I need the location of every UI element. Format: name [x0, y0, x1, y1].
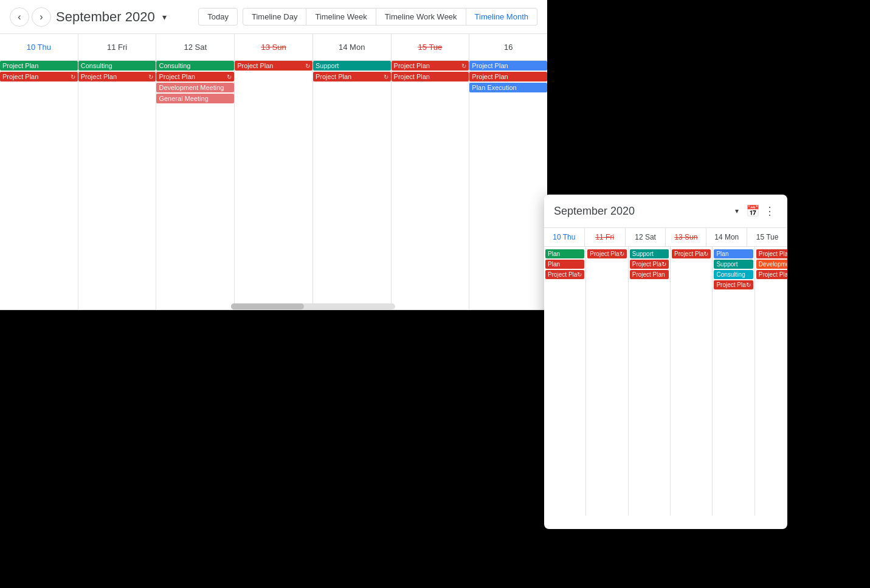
event-general-meeting-12[interactable]: General Meeting [156, 94, 234, 103]
event-project-plan-13[interactable]: Project Plan ↻ [235, 61, 312, 71]
timeline-work-week-btn[interactable]: Timeline Work Week [376, 8, 466, 26]
popup-title: September 2020 [554, 205, 735, 218]
popup-event-support-12[interactable]: Support [630, 249, 669, 258]
event-project-plan-15-2[interactable]: Project Plan [392, 72, 469, 81]
refresh-icon: ↻ [384, 74, 388, 80]
popup-event-project-plan-12[interactable]: Project Plan [630, 270, 669, 279]
popup-day-hdr-11: 11 Fri [585, 228, 626, 246]
popup-header: September 2020 ▾ 📅 ⋮ [544, 195, 787, 228]
event-consulting-11[interactable]: Consulting [78, 61, 156, 71]
event-project-plan-11[interactable]: Project Plan ↻ [78, 72, 156, 81]
popup-day-hdr-12: 12 Sat [626, 228, 666, 246]
popup-event-project-pla-13[interactable]: Project Pla↻ [672, 249, 711, 258]
event-consulting-12[interactable]: Consulting [156, 61, 234, 71]
popup-event-plan-10-2[interactable]: Plan [545, 260, 584, 269]
popup-event-project-pla-14[interactable]: Project Pla↻ [714, 280, 753, 289]
day-header-13: 13 Sun [235, 34, 313, 60]
today-button[interactable]: Today [198, 8, 238, 26]
popup-calendar-icon-btn[interactable]: 📅 [744, 202, 762, 220]
popup-day-hdr-13: 13 Sun [666, 228, 706, 246]
popup-event-developme-15[interactable]: Developme [756, 260, 787, 269]
popup-more-icon-btn[interactable]: ⋮ [762, 202, 778, 220]
refresh-icon: ↻ [227, 74, 232, 80]
day-headers: 10 Thu 11 Fri 12 Sat 13 Sun 14 Mon 15 Tu… [0, 34, 547, 61]
event-dev-meeting-12[interactable]: Development Meeting [156, 83, 234, 92]
day-header-11: 11 Fri [78, 34, 157, 60]
popup-dropdown-arrow[interactable]: ▾ [735, 207, 739, 215]
day-col-10: Project Plan Project Plan ↻ [0, 61, 78, 310]
popup-event-support-14[interactable]: Support [714, 260, 753, 269]
event-support-14[interactable]: Support [313, 61, 391, 71]
popup-event-project-pla-12-1[interactable]: Project Pla↻ [630, 260, 669, 269]
day-header-14: 14 Mon [313, 34, 392, 60]
popup-event-plan-14[interactable]: Plan [714, 249, 753, 258]
popup-event-consulting-14[interactable]: Consulting [714, 270, 753, 279]
timeline-week-btn[interactable]: Timeline Week [306, 8, 376, 26]
popup-event-project-pla-10[interactable]: Project Pla↻ [545, 270, 584, 279]
popup-calendar: September 2020 ▾ 📅 ⋮ 10 Thu 11 Fri 12 Sa… [544, 195, 787, 529]
scrollbar-thumb[interactable] [231, 303, 304, 310]
popup-event-project-pla-11[interactable]: Project Pla↻ [587, 249, 626, 258]
calendar-grid: Project Plan Project Plan ↻ Consulting P… [0, 61, 547, 310]
view-buttons: Timeline Day Timeline Week Timeline Work… [243, 8, 537, 26]
popup-col-15: Project Plan Developme Project Pla↻ [755, 247, 787, 516]
day-header-15: 15 Tue [392, 34, 470, 60]
event-project-plan-16-1[interactable]: Project Plan [469, 61, 547, 71]
scrollbar[interactable] [231, 303, 395, 310]
refresh-icon: ↻ [305, 63, 310, 69]
day-header-16: 16 [469, 34, 547, 60]
popup-col-11: Project Pla↻ [586, 247, 628, 516]
next-button[interactable]: › [32, 7, 51, 27]
popup-day-headers: 10 Thu 11 Fri 12 Sat 13 Sun 14 Mon 15 Tu… [544, 228, 787, 247]
day-header-12: 12 Sat [156, 34, 235, 60]
refresh-icon: ↻ [148, 74, 153, 80]
prev-button[interactable]: ‹ [10, 7, 29, 27]
refresh-icon: ↻ [461, 63, 466, 69]
day-col-11: Consulting Project Plan ↻ [78, 61, 157, 310]
event-project-plan-10-2[interactable]: Project Plan ↻ [0, 72, 78, 81]
popup-day-hdr-15: 15 Tue [747, 228, 787, 246]
month-dropdown-arrow[interactable]: ▾ [162, 12, 167, 22]
day-col-12: Consulting Project Plan ↻ Development Me… [156, 61, 235, 310]
day-header-10: 10 Thu [0, 34, 78, 60]
popup-day-hdr-10: 10 Thu [544, 228, 585, 246]
event-project-plan-12[interactable]: Project Plan ↻ [156, 72, 234, 81]
popup-col-13: Project Pla↻ [671, 247, 713, 516]
popup-col-12: Support Project Pla↻ Project Plan [629, 247, 671, 516]
event-project-plan-14[interactable]: Project Plan ↻ [313, 72, 391, 81]
event-project-plan-10-1[interactable]: Project Plan [0, 61, 78, 71]
popup-event-project-pla-15[interactable]: Project Pla↻ [756, 270, 787, 279]
event-project-plan-15-1[interactable]: Project Plan ↻ [392, 61, 469, 71]
event-plan-execution-16[interactable]: Plan Execution [469, 83, 547, 92]
timeline-day-btn[interactable]: Timeline Day [243, 8, 306, 26]
day-col-16: Project Plan Project Plan Plan Execution [469, 61, 547, 310]
popup-day-hdr-14: 14 Mon [706, 228, 747, 246]
refresh-icon: ↻ [71, 74, 75, 80]
main-calendar: ‹ › September 2020 ▾ Today Timeline Day … [0, 0, 547, 310]
event-project-plan-16-2[interactable]: Project Plan [469, 72, 547, 81]
day-col-14: Support Project Plan ↻ [313, 61, 392, 310]
toolbar: ‹ › September 2020 ▾ Today Timeline Day … [0, 0, 547, 34]
timeline-month-btn[interactable]: Timeline Month [466, 8, 537, 26]
day-col-15: Project Plan ↻ Project Plan [392, 61, 470, 310]
month-title: September 2020 [56, 9, 155, 25]
popup-col-14: Plan Support Consulting Project Pla↻ [713, 247, 754, 516]
popup-grid: Plan Plan Project Pla↻ Project Pla↻ Supp… [544, 247, 787, 516]
popup-col-10: Plan Plan Project Pla↻ [544, 247, 586, 516]
day-col-13: Project Plan ↻ [235, 61, 313, 310]
popup-event-project-plan-15[interactable]: Project Plan [756, 249, 787, 258]
popup-event-plan-10-1[interactable]: Plan [545, 249, 584, 258]
